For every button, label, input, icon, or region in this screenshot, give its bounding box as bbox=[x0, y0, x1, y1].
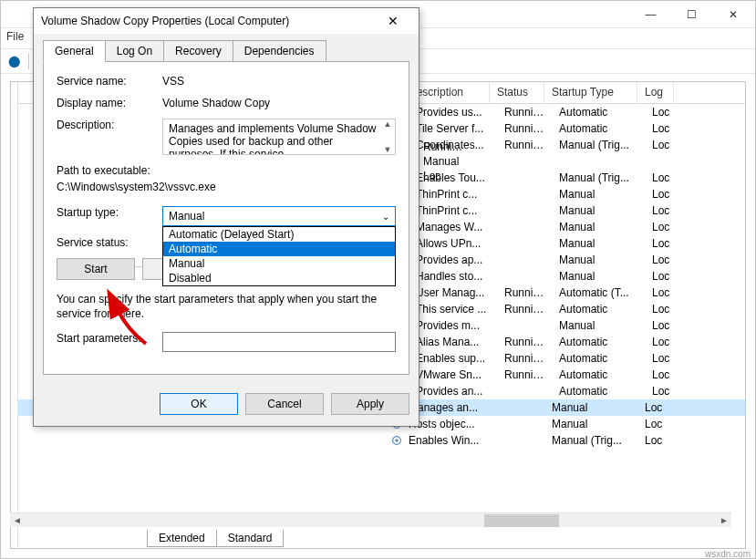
dialog-close-button[interactable]: ✕ bbox=[375, 10, 411, 32]
startup-option[interactable]: Automatic bbox=[163, 242, 395, 256]
path-value: C:\Windows\system32\vssvc.exe bbox=[57, 181, 396, 193]
tab-logon[interactable]: Log On bbox=[105, 40, 164, 62]
startup-option[interactable]: Disabled bbox=[163, 271, 395, 285]
description-label: Description: bbox=[57, 119, 162, 155]
view-tabs: Extended Standard bbox=[147, 530, 283, 547]
start-parameters-input[interactable] bbox=[162, 332, 396, 352]
description-text: Manages and implements Volume Shadow Cop… bbox=[169, 122, 376, 155]
startup-option-list[interactable]: Automatic (Delayed Start)AutomaticManual… bbox=[162, 226, 396, 286]
watermark: wsxdn.com bbox=[705, 549, 751, 559]
scroll-thumb[interactable] bbox=[484, 514, 559, 527]
horizontal-scrollbar[interactable]: ◄ ► bbox=[10, 512, 731, 527]
col-startup[interactable]: Startup Type bbox=[544, 82, 637, 103]
ok-button[interactable]: OK bbox=[160, 393, 238, 415]
startup-type-select[interactable]: Manual ⌄ Automatic (Delayed Start)Automa… bbox=[162, 206, 396, 226]
back-icon[interactable]: ⬤ bbox=[5, 52, 23, 70]
table-row[interactable]: WebClientEnables Win...Manual (Trig...Lo… bbox=[18, 432, 745, 449]
minimize-button[interactable]: — bbox=[630, 2, 671, 27]
dialog-title: Volume Shadow Copy Properties (Local Com… bbox=[41, 15, 289, 27]
close-button[interactable]: ✕ bbox=[712, 2, 753, 27]
tab-general[interactable]: General bbox=[43, 40, 106, 62]
start-button[interactable]: Start bbox=[57, 258, 135, 280]
col-status[interactable]: Status bbox=[490, 82, 544, 103]
service-name-value: VSS bbox=[162, 75, 396, 88]
cancel-button[interactable]: Cancel bbox=[245, 393, 324, 415]
startup-select-box[interactable]: Manual ⌄ bbox=[162, 206, 396, 226]
service-name-label: Service name: bbox=[57, 75, 162, 88]
tab-dependencies[interactable]: Dependencies bbox=[233, 40, 326, 62]
scroll-right-icon[interactable]: ► bbox=[717, 513, 731, 528]
svg-point-7 bbox=[395, 439, 399, 442]
display-name-value: Volume Shadow Copy bbox=[162, 97, 396, 109]
dialog-tabs: General Log On Recovery Dependencies bbox=[43, 39, 409, 61]
startup-option[interactable]: Manual bbox=[163, 256, 395, 271]
tab-panel-general: Service name: VSS Display name: Volume S… bbox=[43, 61, 409, 375]
description-box: Manages and implements Volume Shadow Cop… bbox=[162, 119, 396, 155]
tab-extended[interactable]: Extended bbox=[147, 530, 217, 547]
startup-option[interactable]: Automatic (Delayed Start) bbox=[163, 227, 395, 242]
tab-recovery[interactable]: Recovery bbox=[163, 40, 233, 62]
col-logon[interactable]: Log bbox=[637, 82, 674, 103]
maximize-button[interactable]: ☐ bbox=[671, 2, 712, 27]
chevron-down-icon: ⌄ bbox=[382, 212, 389, 222]
display-name-label: Display name: bbox=[57, 97, 162, 109]
tab-standard[interactable]: Standard bbox=[216, 530, 285, 547]
startup-type-label: Startup type: bbox=[57, 206, 162, 226]
startup-selected-value: Manual bbox=[169, 210, 204, 223]
path-label: Path to executable: bbox=[57, 164, 396, 177]
dialog-buttons: OK Cancel Apply bbox=[34, 384, 419, 426]
dialog-titlebar: Volume Shadow Copy Properties (Local Com… bbox=[34, 8, 419, 34]
gear-icon bbox=[390, 434, 401, 447]
scroll-left-icon[interactable]: ◄ bbox=[10, 513, 25, 528]
start-parameters-label: Start parameters: bbox=[57, 332, 162, 352]
apply-button[interactable]: Apply bbox=[331, 393, 409, 415]
menu-file[interactable]: File bbox=[6, 30, 24, 43]
properties-dialog: Volume Shadow Copy Properties (Local Com… bbox=[33, 7, 419, 427]
tree-pane bbox=[11, 82, 18, 548]
description-scrollbar[interactable]: ▲▼ bbox=[380, 119, 395, 154]
start-help-text: You can specify the start parameters tha… bbox=[57, 293, 396, 321]
service-status-label: Service status: bbox=[57, 236, 162, 249]
